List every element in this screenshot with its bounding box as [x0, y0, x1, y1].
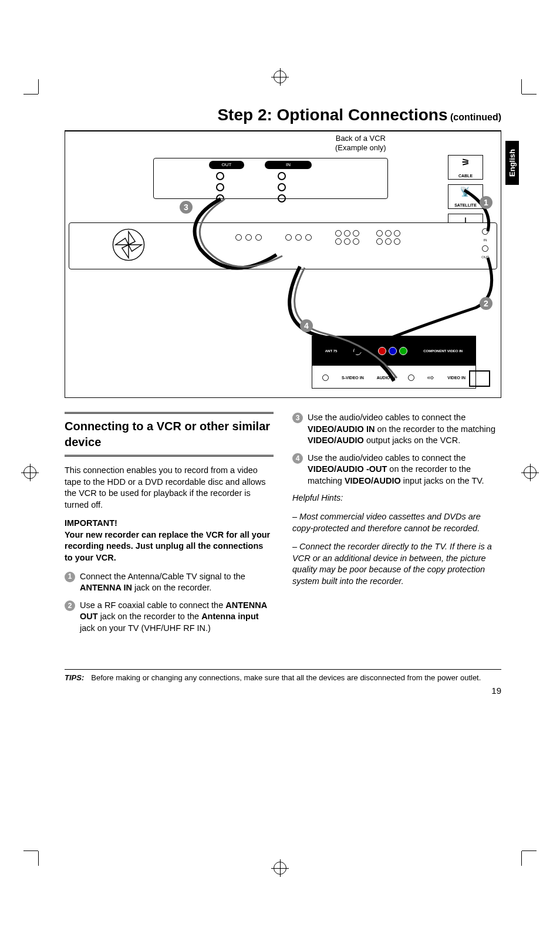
page-title: Step 2: Optional Connections (continued) [65, 106, 501, 124]
callout-4: 4 [300, 319, 313, 332]
callout-2: 2 [480, 297, 492, 310]
page-number: 19 [65, 686, 501, 696]
callout-1: 1 [480, 196, 492, 209]
fan-icon [112, 228, 145, 261]
cable-icon: ⚞ [461, 157, 470, 168]
vcr-out-label: OUT [209, 161, 244, 169]
tips-footer: TIPS: Before making or changing any conn… [65, 669, 501, 682]
hints-heading: Helpful Hints: [292, 492, 501, 504]
hint-1: – Most commercial video cassettes and DV… [292, 511, 501, 534]
vcr-in-label: IN [265, 161, 312, 169]
intro-text: This connection enables you to record fr… [65, 465, 274, 511]
step-1: 1 Connect the Antenna/Cable TV signal to… [65, 571, 274, 594]
step-4: 4 Use the audio/video cables to connect … [292, 453, 501, 487]
connection-diagram: Back of a VCR(Example only) OUT IN ⚞CABL… [65, 130, 501, 398]
hint-2: – Connect the recorder directly to the T… [292, 541, 501, 587]
tv-screen-icon [469, 370, 490, 387]
section-heading: Connecting to a VCR or other similar dev… [65, 412, 274, 457]
registration-mark-icon [274, 862, 286, 875]
satellite-icon: 📡 [460, 186, 471, 197]
tv-device: ANT 75 COMPONENT VIDEO IN S-VIDEO IN AUD… [312, 336, 476, 389]
important-note: IMPORTANT! Your new recorder can replace… [65, 518, 274, 563]
step-2: 2 Use a RF coaxial cable to connect the … [65, 600, 274, 635]
callout-3: 3 [180, 201, 193, 214]
vcr-caption: Back of a VCR(Example only) [335, 134, 386, 152]
step-3: 3 Use the audio/video cables to connect … [292, 412, 501, 447]
